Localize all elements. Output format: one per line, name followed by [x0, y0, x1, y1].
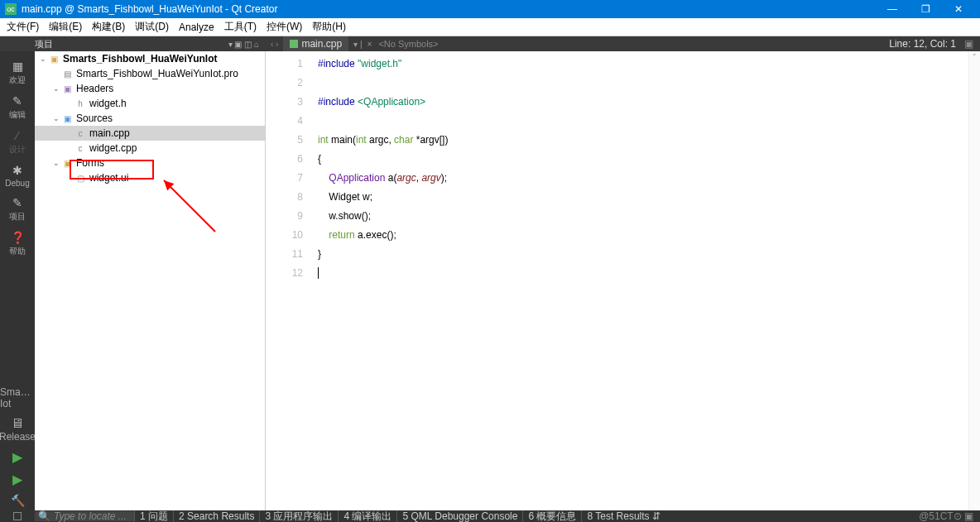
- footer-qml-console[interactable]: 5 QML Debugger Console: [396, 510, 522, 522]
- toolbar-mid: ‹ › main.cpp ▾ | × <No Symbols>: [266, 36, 882, 51]
- split-icon[interactable]: ▣: [964, 38, 973, 50]
- tree-label: Headers: [76, 83, 113, 94]
- toolbar: 项目 ▾ ▣ ◫ ⌂ ‹ › main.cpp ▾ | × <No Symbol…: [0, 36, 980, 51]
- toolbar-left: 项目 ▾ ▣ ◫ ⌂: [0, 36, 266, 51]
- line-gutter: 1 2 3 4 5 6 7 8 9 10 11 12: [266, 51, 311, 510]
- play-icon: ▶: [12, 449, 22, 465]
- project-icon: ▣: [48, 53, 60, 65]
- nav-arrows[interactable]: ‹ ›: [266, 40, 283, 49]
- pro-file-icon: ▤: [61, 68, 73, 79]
- expand-icon[interactable]: ⌄: [51, 114, 61, 122]
- close-doc-button[interactable]: ▾ |: [353, 40, 362, 49]
- menu-widgets[interactable]: 控件(W): [262, 18, 307, 36]
- open-doc-label: main.cpp: [301, 38, 342, 50]
- search-icon: 🔍: [38, 510, 50, 522]
- welcome-icon: ▦: [12, 60, 23, 73]
- tree-label: main.cpp: [89, 127, 130, 139]
- menubar: 文件(F) 编辑(E) 构建(B) 调试(D) Analyze 工具(T) 控件…: [0, 18, 980, 36]
- editor[interactable]: 1 2 3 4 5 6 7 8 9 10 11 12 #include "wid…: [266, 51, 980, 510]
- minimize-button[interactable]: —: [876, 0, 909, 18]
- sidebar-toggle[interactable]: [0, 512, 35, 520]
- expand-icon[interactable]: ⌄: [51, 84, 61, 93]
- footer-watermark: @51CT⊙ ▣: [912, 510, 980, 522]
- footer-issues[interactable]: 1 问题: [134, 510, 173, 522]
- h-file-icon: h: [74, 98, 86, 109]
- tree-project-root[interactable]: ⌄ ▣ Smarts_Fishbowl_HuaWeiYunIot: [35, 51, 265, 66]
- help-icon: ❓: [11, 231, 25, 244]
- app-icon: oc: [5, 3, 17, 15]
- cpp-file-icon: c: [74, 127, 86, 139]
- tree-pro-file[interactable]: ▤ Smarts_Fishbowl_HuaWeiYunIot.pro: [35, 66, 265, 81]
- tree-label: widget.cpp: [89, 142, 137, 154]
- code-area[interactable]: #include "widget.h" #include <QApplicati…: [311, 51, 980, 510]
- status-bar: 🔍 Type to locate ... 1 问题 2 Search Resul…: [0, 510, 980, 522]
- locator-input[interactable]: 🔍 Type to locate ...: [35, 511, 134, 521]
- mode-design[interactable]: ∕设计: [0, 126, 35, 160]
- menu-help[interactable]: 帮助(H): [307, 18, 351, 36]
- mode-welcome[interactable]: ▦欢迎: [0, 56, 35, 91]
- window-title: main.cpp @ Smarts_Fishbowl_HuaWeiYunIot …: [22, 3, 876, 15]
- footer-search-results[interactable]: 2 Search Results: [173, 510, 259, 522]
- run-button[interactable]: ▶: [0, 446, 35, 468]
- tree-sources[interactable]: ⌄ ▣ Sources: [35, 111, 265, 126]
- menu-build[interactable]: 构建(B): [87, 18, 130, 36]
- design-icon: ∕: [17, 129, 18, 142]
- footer-compile-output[interactable]: 4 编译输出: [338, 510, 396, 522]
- tree-label: widget.ui: [89, 172, 128, 184]
- project-panel-icons[interactable]: ▾ ▣ ◫ ⌂: [228, 40, 266, 49]
- close-button[interactable]: ✕: [942, 0, 975, 18]
- folder-icon: ▣: [61, 113, 73, 124]
- target-selector[interactable]: 🖥Release: [0, 413, 35, 446]
- monitor-icon: 🖥: [11, 416, 24, 431]
- text-cursor: [318, 267, 321, 279]
- open-doc-main[interactable]: main.cpp: [283, 36, 348, 51]
- edit-icon: ✎: [12, 94, 22, 108]
- menu-analyze[interactable]: Analyze: [174, 18, 219, 36]
- tree-widget-h[interactable]: h widget.h: [35, 96, 265, 111]
- vertical-scrollbar[interactable]: ˄: [968, 51, 980, 510]
- tree-label: Sources: [76, 113, 113, 124]
- menu-tools[interactable]: 工具(T): [219, 18, 262, 36]
- toolbar-right: Line: 12, Col: 1 ▣: [882, 36, 980, 51]
- symbols-dropdown[interactable]: <No Symbols>: [372, 39, 444, 49]
- tree-widget-cpp[interactable]: c widget.cpp: [35, 141, 265, 156]
- menu-debug[interactable]: 调试(D): [130, 18, 174, 36]
- build-button[interactable]: 🔨: [0, 491, 35, 510]
- footer-app-output[interactable]: 3 应用程序输出: [259, 510, 338, 522]
- open-documents: main.cpp: [283, 36, 348, 51]
- kit-selector[interactable]: Sma…Iot: [0, 383, 35, 413]
- locator-placeholder: Type to locate ...: [54, 510, 127, 522]
- tree-label: widget.h: [89, 98, 127, 109]
- ui-file-icon: ▢: [74, 172, 86, 184]
- mode-projects[interactable]: ✎项目: [0, 193, 35, 227]
- titlebar: oc main.cpp @ Smarts_Fishbowl_HuaWeiYunI…: [0, 0, 980, 18]
- mode-edit[interactable]: ✎编辑: [0, 91, 35, 126]
- debug-run-button[interactable]: ▶: [0, 468, 35, 491]
- svg-line-0: [164, 180, 215, 232]
- tree-main-cpp[interactable]: c main.cpp: [35, 126, 265, 141]
- menu-edit[interactable]: 编辑(E): [44, 18, 87, 36]
- tree-label: Forms: [76, 157, 104, 169]
- menu-file[interactable]: 文件(F): [2, 18, 44, 36]
- maximize-button[interactable]: ❐: [909, 0, 942, 18]
- project-panel-label: 项目: [35, 38, 53, 50]
- line-col-indicator: Line: 12, Col: 1: [889, 38, 956, 50]
- mode-help[interactable]: ❓帮助: [0, 227, 35, 262]
- window-controls: — ❐ ✕: [876, 0, 975, 18]
- project-tree: ⌄ ▣ Smarts_Fishbowl_HuaWeiYunIot ▤ Smart…: [35, 51, 266, 510]
- play-bug-icon: ▶: [12, 472, 22, 487]
- tree-headers[interactable]: ⌄ ▣ Headers: [35, 81, 265, 96]
- tree-forms[interactable]: ⌄ ▣ Forms: [35, 156, 265, 170]
- main-area: ▦欢迎 ✎编辑 ∕设计 ✱Debug ✎项目 ❓帮助 Sma…Iot 🖥Rele…: [0, 51, 980, 510]
- expand-icon[interactable]: ⌄: [38, 55, 48, 63]
- footer-general[interactable]: 6 概要信息: [522, 510, 581, 522]
- mode-debug[interactable]: ✱Debug: [0, 160, 35, 193]
- expand-icon[interactable]: ⌄: [51, 159, 61, 167]
- debug-icon: ✱: [12, 164, 22, 177]
- mode-bar: ▦欢迎 ✎编辑 ∕设计 ✱Debug ✎项目 ❓帮助 Sma…Iot 🖥Rele…: [0, 51, 35, 510]
- footer-test-results[interactable]: 8 Test Results ⇵: [581, 510, 665, 522]
- folder-icon: ▣: [61, 157, 73, 169]
- tree-widget-ui[interactable]: ▢ widget.ui: [35, 170, 265, 185]
- scroll-up-icon[interactable]: ˄: [969, 51, 980, 63]
- folder-icon: ▣: [61, 83, 73, 94]
